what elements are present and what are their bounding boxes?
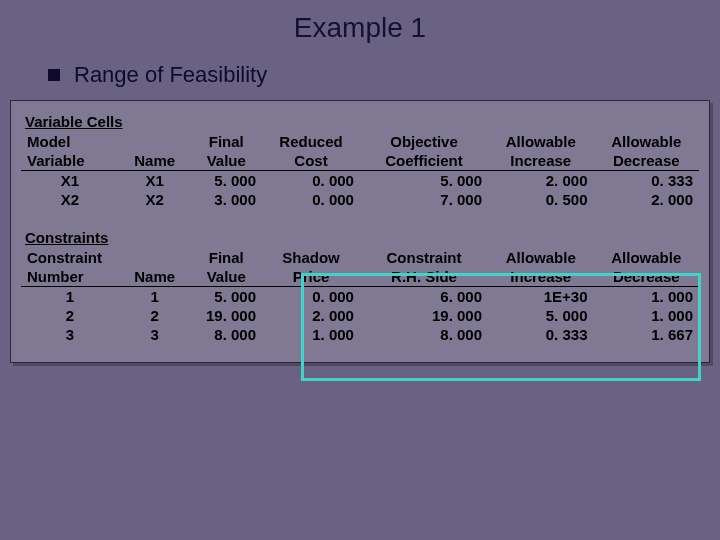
c-h-col7b: Decrease <box>593 267 699 287</box>
vc-h-col5a: Objective <box>360 132 488 151</box>
vc-h-col7a: Allowable <box>593 132 699 151</box>
cell: 1 <box>119 287 191 307</box>
c-h-col3b: Value <box>190 267 262 287</box>
cell: 5. 000 <box>360 171 488 191</box>
vc-h-col7b: Decrease <box>593 151 699 171</box>
table-row: 3 3 8. 000 1. 000 8. 000 0. 333 1. 667 <box>21 325 699 344</box>
c-h-col5b: R.H. Side <box>360 267 488 287</box>
vc-h-col1a: Model <box>21 132 119 151</box>
subtitle-text: Range of Feasibility <box>74 62 267 88</box>
cell: X1 <box>119 171 191 191</box>
cell: 5. 000 <box>190 287 262 307</box>
cell: 1 <box>21 287 119 307</box>
cell: 2 <box>21 306 119 325</box>
cell: 1. 000 <box>593 287 699 307</box>
cell: 3 <box>21 325 119 344</box>
cell: 2. 000 <box>488 171 593 191</box>
cell: 19. 000 <box>190 306 262 325</box>
cell: 7. 000 <box>360 190 488 209</box>
c-h-col1b: Number <box>21 267 119 287</box>
c-h-col4b: Price <box>262 267 360 287</box>
sensitivity-panel: Variable Cells Model Final Reduced Objec… <box>10 100 710 363</box>
c-h-col6a: Allowable <box>488 248 593 267</box>
cell: 3 <box>119 325 191 344</box>
bullet-icon <box>48 69 60 81</box>
vc-h-col4a: Reduced <box>262 132 360 151</box>
cell: 1. 667 <box>593 325 699 344</box>
cell: 0. 500 <box>488 190 593 209</box>
constraints-table: Constraint Final Shadow Constraint Allow… <box>21 248 699 344</box>
vc-h-col4b: Cost <box>262 151 360 171</box>
vc-h-col3b: Value <box>190 151 262 171</box>
vc-h-col2a <box>119 132 191 151</box>
cell: 3. 000 <box>190 190 262 209</box>
cell: 2 <box>119 306 191 325</box>
cell: 1. 000 <box>262 325 360 344</box>
cell: 0. 333 <box>593 171 699 191</box>
cell: 5. 000 <box>190 171 262 191</box>
c-h-col4a: Shadow <box>262 248 360 267</box>
cell: 1E+30 <box>488 287 593 307</box>
table-row: X1 X1 5. 000 0. 000 5. 000 2. 000 0. 333 <box>21 171 699 191</box>
c-h-col6b: Increase <box>488 267 593 287</box>
c-h-col2b: Name <box>119 267 191 287</box>
cell: 8. 000 <box>360 325 488 344</box>
cell: 19. 000 <box>360 306 488 325</box>
cell: 6. 000 <box>360 287 488 307</box>
cell: 0. 000 <box>262 287 360 307</box>
table-row: 1 1 5. 000 0. 000 6. 000 1E+30 1. 000 <box>21 287 699 307</box>
cell: 0. 000 <box>262 171 360 191</box>
table-row: X2 X2 3. 000 0. 000 7. 000 0. 500 2. 000 <box>21 190 699 209</box>
vc-h-col5b: Coefficient <box>360 151 488 171</box>
c-h-col5a: Constraint <box>360 248 488 267</box>
vc-h-col3a: Final <box>190 132 262 151</box>
variable-cells-label: Variable Cells <box>25 113 123 130</box>
variable-cells-table: Model Final Reduced Objective Allowable … <box>21 132 699 209</box>
subtitle-row: Range of Feasibility <box>0 62 720 100</box>
cell: X2 <box>119 190 191 209</box>
c-h-col3a: Final <box>190 248 262 267</box>
cell: 2. 000 <box>593 190 699 209</box>
cell: X1 <box>21 171 119 191</box>
constraints-label: Constraints <box>25 229 108 246</box>
cell: 1. 000 <box>593 306 699 325</box>
cell: 5. 000 <box>488 306 593 325</box>
cell: 8. 000 <box>190 325 262 344</box>
slide-title: Example 1 <box>0 0 720 62</box>
c-h-col7a: Allowable <box>593 248 699 267</box>
cell: 0. 000 <box>262 190 360 209</box>
cell: 0. 333 <box>488 325 593 344</box>
cell: 2. 000 <box>262 306 360 325</box>
vc-h-col6a: Allowable <box>488 132 593 151</box>
vc-h-col1b: Variable <box>21 151 119 171</box>
table-row: 2 2 19. 000 2. 000 19. 000 5. 000 1. 000 <box>21 306 699 325</box>
c-h-col2a <box>119 248 191 267</box>
cell: X2 <box>21 190 119 209</box>
vc-h-col6b: Increase <box>488 151 593 171</box>
vc-h-col2b: Name <box>119 151 191 171</box>
c-h-col1a: Constraint <box>21 248 119 267</box>
